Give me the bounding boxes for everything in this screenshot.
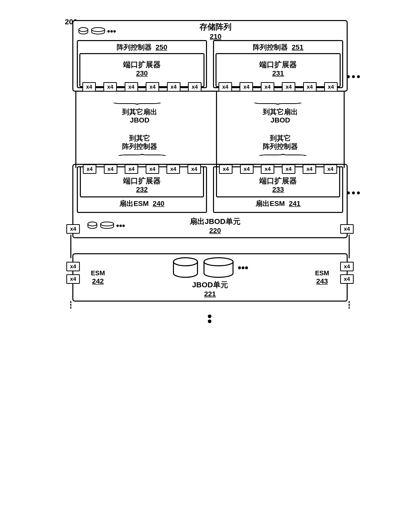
fanout-esm-240: x4 x4 x4 x4 x4 x4 端口扩展器 232 扇出ESM 240	[77, 166, 207, 213]
esm-title: 扇出ESM 240	[80, 199, 204, 208]
port-x4: x4	[83, 164, 96, 174]
connector-line	[349, 301, 350, 309]
port-expander-232: x4 x4 x4 x4 x4 x4 端口扩展器 232	[80, 167, 204, 197]
connector-line	[344, 91, 345, 168]
svg-point-5	[204, 258, 233, 266]
storage-array-title: 存储阵列	[88, 22, 343, 33]
port-expander-231: 端口扩展器 231 x4 x4 x4 x4 x4 x4	[216, 53, 341, 87]
jbod-unit-title: JBOD单元	[110, 280, 310, 290]
connector-line	[70, 301, 71, 309]
gap-fanout-label: 到其它扇出JBOD	[213, 108, 348, 124]
disk-icon	[172, 257, 199, 279]
mid-gap-labels: ︸ 到其它扇出JBOD 到其它阵列控制器 ︸ ︸ 到其它扇出JBOD 到其它阵列…	[72, 95, 348, 164]
port-x4: x4	[66, 224, 80, 234]
controllers-row: 阵列控制器 250 端口扩展器 230 x4 x4 x4 x4 x4 x4	[77, 40, 343, 88]
expander-ref: 230	[82, 69, 201, 78]
fanout-esm-241: x4 x4 x4 x4 x4 x4 端口扩展器 233 扇出ESM 241	[213, 166, 343, 213]
jbod-unit-ref: 221	[110, 290, 310, 298]
array-controller-left: 阵列控制器 250 端口扩展器 230 x4 x4 x4 x4 x4 x4	[77, 40, 207, 88]
port-x4: x4	[82, 82, 96, 92]
brace-icon: ︸	[78, 103, 420, 105]
port-x4: x4	[261, 82, 274, 92]
jbod-center: ••• JBOD单元 221	[110, 257, 310, 298]
diagram-canvas: 200 ➘ ••• 存储阵列 210 阵列控制器 250	[72, 20, 348, 319]
port-x4: x4	[261, 164, 274, 174]
port-x4: x4	[340, 274, 354, 284]
ports-row: x4 x4 x4 x4 x4 x4	[219, 82, 338, 92]
fanout-jbod-title: 扇出JBOD单元	[87, 216, 343, 227]
connector-line	[216, 91, 217, 168]
gap-ctrl-label: 到其它阵列控制器	[213, 134, 348, 151]
port-expander-233: x4 x4 x4 x4 x4 x4 端口扩展器 233	[216, 167, 340, 197]
port-x4: x4	[66, 274, 80, 284]
port-x4: x4	[167, 82, 180, 92]
controller-title: 阵列控制器 251	[216, 43, 341, 52]
port-x4: x4	[303, 82, 317, 92]
storage-array-ref: 210	[88, 33, 343, 41]
expander-title: 端口扩展器	[259, 60, 297, 69]
disk-icon	[202, 257, 235, 279]
port-x4: x4	[103, 82, 117, 92]
storage-array-header: ••• 存储阵列 210	[77, 24, 343, 39]
connector-line	[70, 235, 71, 258]
port-x4: x4	[104, 164, 117, 174]
brace-icon: ︸	[78, 153, 420, 155]
expander-ref: 231	[219, 69, 338, 78]
ports-row: x4 x4 x4 x4 x4 x4	[82, 82, 201, 92]
array-controller-right: 阵列控制器 251 端口扩展器 231 x4 x4 x4 x4 x4 x4	[213, 40, 343, 88]
connector-line	[349, 235, 350, 258]
expander-title: 端口扩展器	[259, 177, 297, 185]
ellipsis-icon: •••	[347, 187, 362, 199]
port-x4: x4	[324, 164, 337, 174]
port-x4: x4	[340, 262, 354, 271]
port-x4: x4	[125, 164, 138, 174]
esm-243: ESM 243	[315, 269, 329, 286]
port-x4: x4	[188, 82, 201, 92]
ellipsis-icon: •••	[347, 71, 362, 82]
svg-point-4	[173, 258, 197, 266]
expander-title: 端口扩展器	[123, 60, 161, 69]
port-x4: x4	[146, 164, 159, 174]
port-x4: x4	[282, 164, 295, 174]
expander-title: 端口扩展器	[123, 177, 161, 185]
gap-ctrl-label: 到其它阵列控制器	[72, 134, 207, 151]
storage-array-box: ••• 存储阵列 210 阵列控制器 250 端口扩展器 230	[72, 20, 348, 92]
jbod-unit-221: x4 x4 x4 x4 ESM 242 ••• JBOD单元 221 ESM 2…	[72, 253, 348, 302]
esm-row: x4 x4 x4 x4 x4 x4 端口扩展器 232 扇出ESM 240	[77, 166, 343, 213]
port-x4: x4	[166, 164, 180, 174]
fanout-jbod-footer: ••• 扇出JBOD单元 220	[77, 216, 343, 235]
port-x4: x4	[324, 82, 338, 92]
port-x4: x4	[66, 262, 80, 271]
esm-title: 扇出ESM 241	[216, 199, 340, 208]
svg-point-0	[79, 28, 88, 32]
disk-icon	[78, 27, 89, 35]
gap-fanout-label: 到其它扇出JBOD	[72, 108, 207, 124]
fanout-jbod-unit: x4 x4 x4 x4 x4 x4 端口扩展器 232 扇出ESM 240	[72, 164, 348, 238]
port-x4: x4	[125, 82, 138, 92]
expander-ref: 232	[83, 185, 201, 194]
port-x4: x4	[240, 82, 253, 92]
port-x4: x4	[219, 82, 232, 92]
port-x4: x4	[340, 224, 354, 234]
port-x4: x4	[282, 82, 295, 92]
port-x4: x4	[303, 164, 316, 174]
controller-title: 阵列控制器 250	[79, 43, 204, 52]
connector-line	[75, 91, 76, 168]
port-x4: x4	[187, 164, 201, 174]
port-x4: x4	[219, 164, 233, 174]
ellipsis-icon: •••	[238, 262, 248, 274]
port-expander-230: 端口扩展器 230 x4 x4 x4 x4 x4 x4	[79, 53, 204, 87]
port-x4: x4	[240, 164, 254, 174]
ports-row: x4 x4 x4 x4 x4 x4	[83, 164, 201, 174]
esm-242: ESM 242	[91, 269, 105, 286]
port-x4: x4	[146, 82, 159, 92]
vertical-ellipsis-icon: •••	[72, 314, 348, 319]
ports-row: x4 x4 x4 x4 x4 x4	[219, 164, 337, 174]
fanout-jbod-ref: 220	[87, 227, 343, 235]
expander-ref: 233	[219, 185, 337, 194]
